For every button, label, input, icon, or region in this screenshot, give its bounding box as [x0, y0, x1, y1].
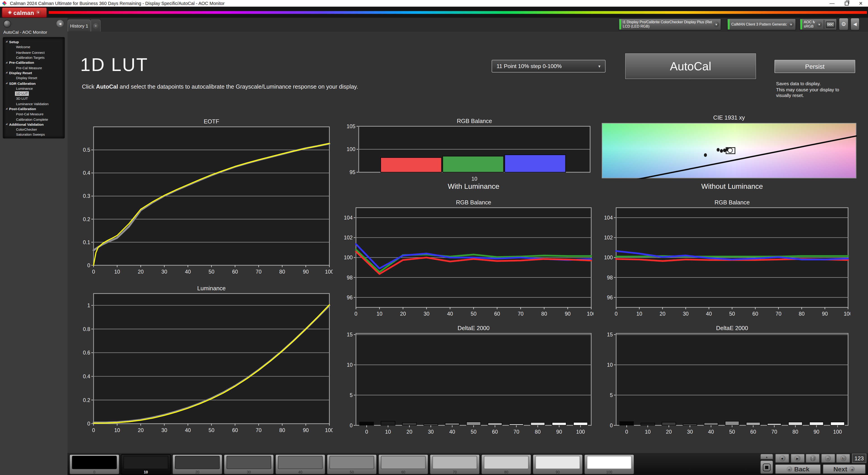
- tree-item-pre-cal-measure[interactable]: Pre-Cal Measure: [3, 65, 64, 70]
- patch-button-40[interactable]: 40: [275, 454, 326, 474]
- patch-button-70[interactable]: 70: [430, 454, 480, 474]
- svg-text:90: 90: [303, 427, 309, 433]
- patch-button-20[interactable]: 20: [172, 454, 223, 474]
- gear-icon: ⚙: [841, 21, 846, 27]
- patch-button-100[interactable]: 100: [584, 454, 634, 474]
- chart-rgb-with: RGB Balance96981001021040102030405060708…: [338, 198, 593, 321]
- svg-text:0.2: 0.2: [83, 397, 90, 403]
- tree-item-post-cal-measure[interactable]: Post-Cal Measure: [3, 112, 64, 117]
- levels-expand-button[interactable]: ▲: [760, 453, 773, 459]
- tree-group-post-calibration[interactable]: ◢Post-Calibration: [3, 106, 64, 112]
- svg-text:40: 40: [185, 427, 191, 433]
- svg-text:104: 104: [604, 215, 613, 221]
- patch-label: 20: [173, 470, 222, 474]
- svg-text:70: 70: [256, 269, 262, 275]
- display-dropdown[interactable]: AOC Monitor sRGB ▼ DDC: [799, 18, 837, 31]
- minimize-button[interactable]: —: [825, 0, 839, 6]
- close-button[interactable]: ×: [854, 0, 868, 6]
- patch-button-0[interactable]: 0: [69, 454, 120, 474]
- svg-text:20: 20: [666, 429, 672, 435]
- restore-button[interactable]: [839, 0, 854, 6]
- svg-text:105: 105: [347, 123, 355, 129]
- svg-text:15: 15: [607, 332, 613, 337]
- svg-text:10: 10: [471, 176, 477, 182]
- expander-icon: ◢: [5, 61, 7, 64]
- tree-item-3d-lut[interactable]: 3D LUT: [3, 96, 64, 101]
- sidebar-bullet-button[interactable]: [3, 20, 11, 28]
- display-status-indicator: [800, 20, 802, 29]
- svg-text:0.2: 0.2: [83, 216, 90, 222]
- tree-group-sdr-calibration[interactable]: ◢SDR Calibration: [3, 81, 64, 86]
- patch-button-90[interactable]: 90: [533, 454, 583, 474]
- chevron-down-icon: ▼: [816, 22, 822, 27]
- interval-button[interactable]: [··]: [805, 453, 820, 463]
- tree-item-colorchecker[interactable]: ColorChecker: [3, 127, 64, 132]
- patch-button-30[interactable]: 30: [224, 454, 274, 474]
- continuous-button[interactable]: ∞: [821, 453, 835, 463]
- refresh-button[interactable]: ↻: [836, 453, 850, 463]
- datapoints-dropdown[interactable]: 11 Point 10% step 0-100% ▼: [492, 60, 606, 72]
- tree-group-setup[interactable]: ◢Setup: [3, 39, 64, 44]
- tree-group-pre-calibration[interactable]: ◢Pre-Calibration: [3, 60, 64, 65]
- sidebar-collapse-button[interactable]: ◀: [57, 20, 64, 27]
- svg-text:50: 50: [729, 311, 735, 317]
- stop-button[interactable]: ■: [775, 453, 789, 463]
- meter-dropdown[interactable]: i1 Display Pro/Calibrite ColorChecker Di…: [618, 18, 721, 31]
- tree-item-hardware-connect[interactable]: Hardware Connect: [3, 50, 64, 55]
- tree-item-welcome[interactable]: Welcome: [3, 44, 64, 50]
- panel-collapse-button[interactable]: ◀: [850, 18, 860, 30]
- svg-text:102: 102: [604, 235, 613, 241]
- expander-icon: ◢: [5, 82, 7, 84]
- svg-text:10: 10: [645, 429, 651, 435]
- tab-history-1[interactable]: History 1: [68, 20, 91, 32]
- svg-text:30: 30: [161, 427, 167, 433]
- svg-text:60: 60: [750, 429, 756, 435]
- tree-item-luminance-validation[interactable]: Luminance Validation: [3, 101, 64, 106]
- svg-text:80: 80: [541, 311, 547, 317]
- tree-item-calibration-complete[interactable]: Calibration Complete: [3, 117, 64, 122]
- settings-button[interactable]: ⚙: [839, 18, 848, 30]
- patch-label: 0: [70, 470, 119, 474]
- ddc-monitor-icon[interactable]: DDC: [826, 21, 835, 27]
- tree-item-luminance[interactable]: Luminance: [3, 86, 64, 91]
- tree-item-saturation-sweeps[interactable]: Saturation Sweeps: [3, 132, 64, 137]
- chevron-down-icon: ▼: [788, 22, 794, 27]
- autocal-button[interactable]: AutoCal: [624, 53, 756, 80]
- patch-button-80[interactable]: 80: [481, 454, 531, 474]
- tree-item-calibration-targets[interactable]: Calibration Targets: [3, 55, 64, 60]
- svg-text:40: 40: [449, 429, 455, 435]
- patch-button-50[interactable]: 50: [327, 454, 377, 474]
- tree-item-1d-lut[interactable]: 1D LUT: [3, 91, 64, 96]
- source-dropdown[interactable]: CalMAN Client 3 Pattern Generator ▼: [727, 18, 796, 31]
- tree-group-display-reset[interactable]: ◢Display Reset: [3, 70, 64, 76]
- svg-text:40: 40: [706, 311, 712, 317]
- next-button[interactable]: Next »: [823, 464, 866, 474]
- patch-button-10[interactable]: 10: [121, 454, 171, 474]
- calman-menu-button[interactable]: ◈ calman ▼: [2, 7, 47, 18]
- restore-icon: [844, 2, 848, 5]
- pattern-window-button[interactable]: [760, 460, 773, 474]
- svg-text:96: 96: [607, 295, 613, 300]
- tree-item-display-reset[interactable]: Display Reset: [3, 75, 64, 81]
- svg-text:100: 100: [576, 429, 585, 435]
- persist-button[interactable]: Persist: [774, 59, 856, 74]
- back-button[interactable]: « Back: [775, 464, 821, 474]
- add-tab-button[interactable]: +: [91, 20, 101, 32]
- tree-group-additional-validation[interactable]: ◢Additional Validation: [3, 122, 64, 127]
- svg-text:70: 70: [518, 311, 524, 317]
- svg-text:95: 95: [350, 169, 355, 175]
- gray-swatch: [432, 456, 477, 469]
- svg-text:10: 10: [114, 269, 120, 275]
- svg-text:20: 20: [407, 429, 412, 435]
- triangle-up-icon: ▲: [766, 455, 768, 458]
- svg-text:60: 60: [232, 427, 238, 433]
- svg-text:0: 0: [87, 263, 90, 268]
- svg-text:0: 0: [610, 422, 613, 428]
- play-button[interactable]: ▶: [790, 453, 805, 463]
- svg-text:100: 100: [325, 427, 333, 433]
- patch-button-60[interactable]: 60: [378, 454, 429, 474]
- svg-text:60: 60: [492, 429, 498, 435]
- calman-logo-text: calman: [13, 9, 34, 16]
- patch-label: 90: [533, 470, 582, 474]
- svg-text:30: 30: [424, 311, 429, 317]
